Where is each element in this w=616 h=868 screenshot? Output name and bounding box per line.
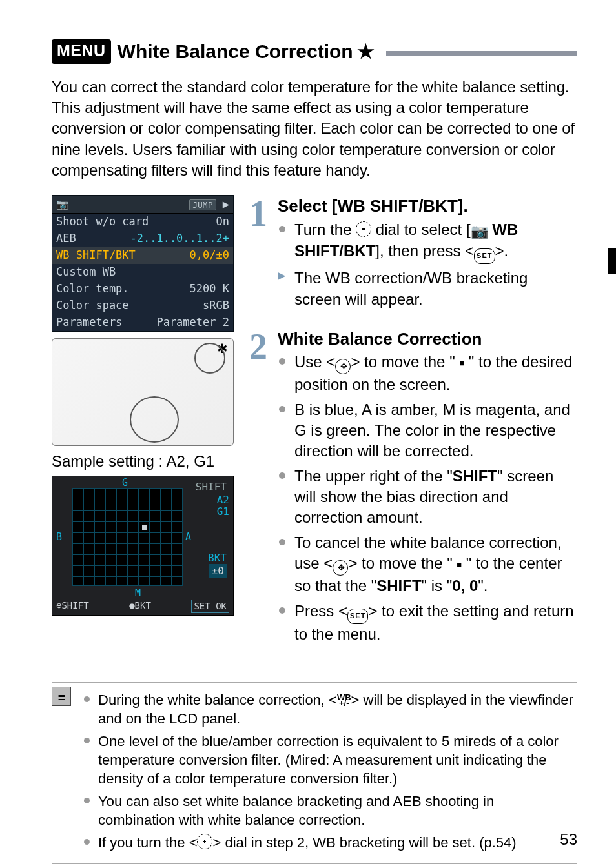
lcd-menu-screenshot: 📷 JUMP ▶ Shoot w/o cardOnAEB-2..1..0..1.… — [52, 195, 234, 332]
step-title: White Balance Correction — [278, 328, 577, 350]
step-bullet: Turn the dial to select [📷 WB SHIFT/BKT]… — [278, 219, 577, 265]
camera-controls-illustration: ✱ — [52, 338, 234, 446]
step-bullet: The upper right of the "SHIFT" screen wi… — [278, 466, 577, 529]
note-item: During the white balance correction, <WB… — [84, 691, 573, 728]
page-title: White Balance Correction — [118, 39, 353, 65]
lcd-row: Color temp.5200 K — [52, 281, 233, 298]
step-bullet: To cancel the white balance correction, … — [278, 532, 577, 597]
menu-badge: MENU — [52, 39, 111, 64]
axis-a: A — [185, 530, 191, 543]
page-header: MENU White Balance Correction ★ — [52, 39, 577, 65]
foot-shift: ⊕SHIFT — [56, 600, 89, 613]
step-number: 2 — [249, 323, 267, 372]
step-bullet: Press <SET> to exit the setting and retu… — [278, 601, 577, 645]
notes-box: ≣ During the white balance correction, <… — [52, 682, 577, 864]
wb-shift-screenshot: G B A M SHIFT A2 G1 BKT ±0 ⊕SHIFT ●BKT S… — [52, 476, 234, 616]
section-tab — [608, 248, 616, 274]
lcd-row: Shoot w/o cardOn — [52, 214, 233, 230]
lcd-row: Custom WB — [52, 264, 233, 281]
note-item: One level of the blue/amber correction i… — [84, 732, 573, 788]
lcd-row: ParametersParameter 2 — [52, 314, 233, 331]
step-number: 1 — [249, 190, 267, 239]
shift-val-1: A2 — [217, 494, 229, 506]
jump-label: JUMP — [189, 199, 216, 210]
foot-setok: SET OK — [191, 600, 229, 613]
note-item: If you turn the <> dial in step 2, WB br… — [84, 833, 573, 852]
header-rule — [386, 51, 577, 56]
star-icon: ★ — [357, 39, 375, 65]
intro-paragraph: You can correct the standard color tempe… — [52, 77, 577, 181]
note-item: You can also set white balance bracketin… — [84, 792, 573, 829]
axis-m: M — [135, 587, 141, 600]
sample-setting-caption: Sample setting : A2, G1 — [52, 451, 245, 472]
shift-label: SHIFT — [196, 480, 227, 494]
step: 2White Balance CorrectionUse <✥> to move… — [251, 328, 577, 645]
step-bullet: The WB correction/WB bracketing screen w… — [278, 268, 577, 310]
note-icon: ≣ — [52, 687, 71, 706]
lcd-row: AEB-2..1..0..1..2+ — [52, 230, 233, 247]
shift-val-2: G1 — [217, 506, 229, 518]
axis-b: B — [56, 530, 62, 543]
lcd-row: Color spacesRGB — [52, 298, 233, 314]
camera-tab-icon: 📷 — [56, 198, 68, 211]
bkt-label: BKT — [208, 551, 227, 565]
bkt-value: ±0 — [209, 564, 227, 578]
foot-bkt: ●BKT — [129, 600, 151, 613]
step-title: Select [WB SHIFT/BKT]. — [278, 195, 577, 217]
lcd-row: WB SHIFT/BKT0,0/±0 — [52, 247, 233, 264]
step-bullet: B is blue, A is amber, M is magenta, and… — [278, 399, 577, 462]
arrow-icon: ▶ — [223, 197, 229, 210]
step: 1Select [WB SHIFT/BKT].Turn the dial to … — [251, 195, 577, 310]
page-number: 53 — [560, 829, 577, 850]
step-bullet: Use <✥> to move the " ■ " to the desired… — [278, 352, 577, 395]
